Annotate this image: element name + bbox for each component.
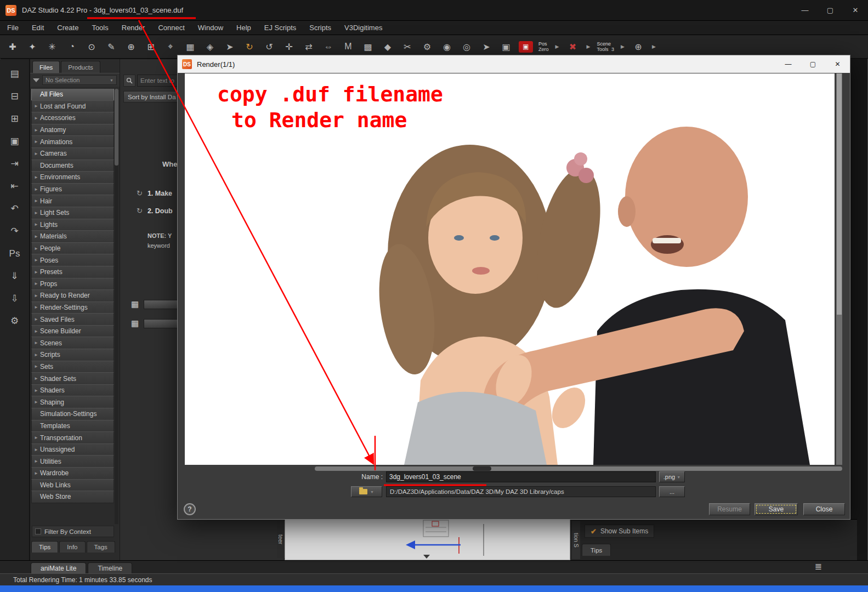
geometry-editor-icon[interactable]: ▩	[361, 39, 375, 54]
menu-ej-scripts[interactable]: EJ Scripts	[264, 24, 297, 32]
dialog-maximize-button[interactable]: ▢	[801, 55, 825, 73]
tab-files[interactable]: Files	[32, 61, 60, 73]
format-dropdown[interactable]: .png ▼	[659, 471, 685, 482]
import-icon[interactable]: ⇥	[5, 156, 24, 172]
scrollbar-thumb[interactable]	[837, 73, 842, 315]
tab-tips[interactable]: Tips	[582, 544, 611, 556]
tree-item-materials[interactable]: ►Materials	[31, 230, 114, 243]
multi-tool-icon[interactable]: ⚙	[420, 39, 434, 54]
selection-cube-icon[interactable]: ◈	[203, 39, 217, 54]
tree-item-all-files[interactable]: All Files	[31, 89, 114, 101]
filter-by-context-checkbox[interactable]	[35, 528, 41, 534]
merge-file-icon[interactable]: ⊞	[5, 111, 24, 127]
dialog-close-button[interactable]: ✕	[825, 55, 850, 73]
node-pointer-icon[interactable]: ➤	[479, 39, 493, 54]
menu-render[interactable]: Render	[122, 24, 145, 32]
menu-file[interactable]: File	[7, 24, 19, 32]
tree-item-shader-sets[interactable]: ►Shader Sets	[31, 372, 114, 385]
tree-item-hair[interactable]: ►Hair	[31, 195, 114, 207]
tab-tags[interactable]: Tags	[87, 541, 115, 553]
create-new-node-icon[interactable]: ✚	[5, 39, 20, 54]
flyout-arrow-icon[interactable]: ▶	[620, 39, 626, 54]
tree-item-web-store[interactable]: Web Store	[31, 491, 114, 503]
tree-item-templates[interactable]: Templates	[31, 420, 114, 432]
menu-connect[interactable]: Connect	[158, 24, 184, 32]
tree-item-light-sets[interactable]: ►Light Sets	[31, 207, 114, 219]
tree-item-web-links[interactable]: Web Links	[31, 479, 114, 492]
browse-button[interactable]: ...	[659, 486, 685, 497]
minimize-button[interactable]: —	[792, 0, 818, 20]
clear-figure-icon[interactable]: ✖	[566, 39, 580, 54]
save-file-icon[interactable]: ▣	[5, 133, 24, 149]
tab-timeline[interactable]: Timeline	[88, 562, 132, 573]
save-path-field[interactable]: D:/DAZ3D/Applications/Data/DAZ 3D/My DAZ…	[386, 486, 656, 497]
vertical-tab-right[interactable]: tion S	[572, 521, 580, 559]
flyout-arrow-icon[interactable]: ▶	[586, 39, 592, 54]
save-button[interactable]: Save	[754, 503, 798, 515]
customize-tools-icon[interactable]: ⚙	[5, 313, 24, 329]
tree-item-utilities[interactable]: ►Utilities	[31, 455, 114, 468]
cutout-tool-icon[interactable]: ✂	[400, 39, 415, 54]
filter-by-context-row[interactable]: Filter By Context	[32, 526, 114, 537]
translate-tool-icon[interactable]: ✛	[282, 39, 296, 54]
annotations-icon[interactable]: ≣	[815, 561, 822, 572]
grid-view-icon[interactable]: ▦	[183, 39, 197, 54]
render-name-input[interactable]	[386, 471, 656, 482]
image-vertical-scrollbar[interactable]	[836, 73, 842, 465]
render-camera-icon[interactable]: ▣	[519, 41, 533, 53]
tree-item-presets[interactable]: ►Presets	[31, 266, 114, 278]
close-render-button[interactable]: Close	[803, 503, 845, 515]
maximize-button[interactable]: ▢	[818, 0, 843, 20]
tree-item-shaping[interactable]: ►Shaping	[31, 396, 114, 408]
menu-window[interactable]: Window	[198, 24, 223, 32]
annotate-icon[interactable]: ✎	[104, 39, 118, 54]
dialog-minimize-button[interactable]: —	[776, 55, 801, 73]
tree-item-render-settings[interactable]: ►Render-Settings	[31, 301, 114, 314]
undo-icon[interactable]: ↶	[5, 201, 24, 217]
tree-item-sets[interactable]: ►Sets	[31, 361, 114, 373]
tree-item-animations[interactable]: ►Animations	[31, 135, 114, 148]
tab-animate-lite[interactable]: aniMate Lite	[31, 562, 86, 573]
tree-item-wardrobe[interactable]: ►Wardrobe	[31, 467, 114, 480]
flyout-arrow-icon[interactable]: ▶	[651, 39, 657, 54]
photoshop-bridge-icon[interactable]: Ps	[5, 246, 24, 261]
tab-tips[interactable]: Tips	[31, 541, 58, 553]
tree-item-poses[interactable]: ►Poses	[31, 254, 114, 266]
tree-item-people[interactable]: ►People	[31, 242, 114, 255]
redo-icon[interactable]: ↷	[5, 223, 24, 239]
tree-item-anatomy[interactable]: ►Anatomy	[31, 124, 114, 136]
scrollbar-thumb[interactable]	[473, 466, 491, 471]
tree-item-scripts[interactable]: ►Scripts	[31, 349, 114, 361]
group-node-icon[interactable]: ⊕	[124, 39, 138, 54]
tree-item-unassigned[interactable]: ►Unassigned	[31, 443, 114, 456]
search-icon[interactable]	[123, 75, 135, 87]
tree-item-scenes[interactable]: ►Scenes	[31, 337, 114, 349]
export-icon[interactable]: ⇤	[5, 178, 24, 194]
tree-item-shaders[interactable]: ►Shaders	[31, 384, 114, 397]
scene-tools-button[interactable]: Scene Tools3	[597, 41, 615, 52]
tree-scrollbar[interactable]	[115, 89, 118, 524]
folder-picker-button[interactable]: ▼	[351, 486, 382, 497]
tree-item-scene-builder[interactable]: ►Scene Builder	[31, 325, 114, 338]
measure-tool-icon[interactable]: M	[341, 39, 355, 54]
aux-viewport-icon[interactable]: ⊞	[144, 39, 158, 54]
image-horizontal-scrollbar[interactable]	[315, 466, 842, 471]
powerpose-icon[interactable]: ✦	[25, 39, 39, 54]
menu-create[interactable]: Create	[57, 24, 78, 32]
install-manager-icon[interactable]: ⇩	[5, 291, 24, 306]
tree-item-lost-and-found[interactable]: ►Lost and Found	[31, 100, 114, 113]
tree-item-figures[interactable]: ►Figures	[31, 183, 114, 196]
menu-help[interactable]: Help	[236, 24, 251, 32]
help-button[interactable]: ?	[184, 503, 196, 515]
node-swap-icon[interactable]: ⇄	[302, 39, 316, 54]
figure-paint-icon[interactable]: ◆	[381, 39, 395, 54]
rigging-tool-icon[interactable]: ◉	[440, 39, 454, 54]
tree-item-ready-to-render[interactable]: ►Ready to Render	[31, 289, 114, 302]
aim-target-icon[interactable]: ⌖	[163, 39, 178, 54]
pos-zero-button[interactable]: Pos Zero	[538, 41, 549, 52]
rotate-tool-icon[interactable]: ↺	[262, 39, 276, 54]
scrollbar-thumb[interactable]	[115, 89, 118, 166]
menu-tools[interactable]: Tools	[92, 24, 108, 32]
tree-item-cameras[interactable]: ►Cameras	[31, 147, 114, 160]
menu-edit[interactable]: Edit	[32, 24, 44, 32]
